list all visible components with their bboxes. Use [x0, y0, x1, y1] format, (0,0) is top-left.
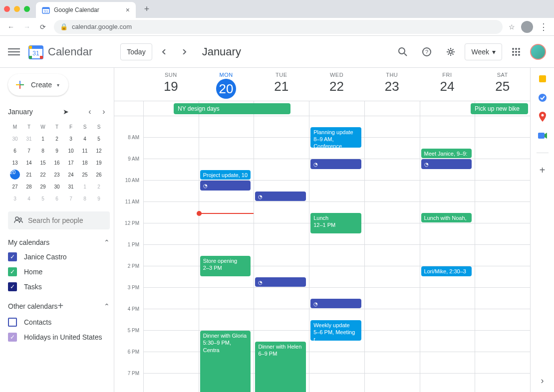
- checkbox[interactable]: ✓: [8, 267, 17, 276]
- my-calendars-toggle[interactable]: My calendars ⌃: [8, 238, 110, 246]
- mini-next-month[interactable]: ›: [98, 106, 110, 118]
- calendar-event[interactable]: Lori/Mike, 2:30–3: [421, 266, 472, 276]
- hide-panel-button[interactable]: ›: [541, 376, 544, 386]
- mini-day[interactable]: 10: [64, 145, 78, 157]
- day-header[interactable]: TUE21: [254, 68, 309, 101]
- mini-day[interactable]: 17: [64, 157, 78, 169]
- mini-day[interactable]: 12: [92, 145, 106, 157]
- meet-icon[interactable]: [538, 131, 548, 141]
- mini-day[interactable]: 9: [92, 193, 106, 204]
- mini-day[interactable]: 4: [22, 193, 36, 204]
- mini-day[interactable]: 8: [36, 145, 50, 157]
- mini-day[interactable]: 4: [78, 133, 92, 145]
- mini-day[interactable]: 7: [64, 193, 78, 204]
- calendar-event[interactable]: Dinner with Helen6–9 PM: [255, 342, 306, 392]
- calendar-event[interactable]: Prepare worksh: [255, 192, 306, 201]
- mini-day[interactable]: 11: [78, 145, 92, 157]
- day-column[interactable]: [475, 116, 530, 392]
- view-switcher[interactable]: Week ▾: [465, 43, 502, 60]
- browser-tab[interactable]: 31 Google Calendar ×: [36, 2, 136, 18]
- mini-day[interactable]: 6: [50, 193, 64, 204]
- mini-day[interactable]: 9: [50, 145, 64, 157]
- mini-day[interactable]: 13: [8, 157, 22, 169]
- mini-day[interactable]: 14: [22, 157, 36, 169]
- settings-button[interactable]: [441, 42, 461, 62]
- mini-day[interactable]: 1: [36, 133, 50, 145]
- maps-icon[interactable]: [538, 112, 548, 122]
- mini-day[interactable]: 7: [22, 145, 36, 157]
- bookmark-icon[interactable]: ☆: [509, 23, 515, 31]
- mini-day[interactable]: 25: [78, 169, 92, 181]
- mini-day[interactable]: 3: [64, 133, 78, 145]
- maximize-window-icon[interactable]: [24, 6, 30, 12]
- calendar-item[interactable]: ✓Home: [8, 267, 110, 276]
- reload-icon[interactable]: ⟳: [38, 23, 48, 31]
- today-button[interactable]: Today: [120, 43, 152, 60]
- mini-day[interactable]: 29: [36, 181, 50, 193]
- mini-day[interactable]: 27: [8, 181, 22, 193]
- allday-cell[interactable]: [309, 101, 364, 116]
- calendar-event[interactable]: Weekly update5–6 PM, Meeting r: [310, 320, 361, 341]
- calendar-event[interactable]: Lunch with Noah,: [421, 213, 472, 223]
- google-apps-button[interactable]: [506, 42, 526, 62]
- mini-day[interactable]: 28: [22, 181, 36, 193]
- main-menu-icon[interactable]: [8, 46, 20, 58]
- add-calendar-button[interactable]: +: [58, 300, 64, 312]
- day-column[interactable]: [143, 116, 199, 392]
- add-addon-button[interactable]: +: [538, 165, 548, 175]
- new-tab-button[interactable]: +: [140, 4, 154, 14]
- mini-day[interactable]: 6: [8, 145, 22, 157]
- checkbox[interactable]: [8, 318, 17, 327]
- mini-day[interactable]: 1: [78, 181, 92, 193]
- mini-day[interactable]: 2: [92, 181, 106, 193]
- day-header[interactable]: WED22: [309, 68, 364, 101]
- day-column[interactable]: Project update, 10Finalize presentStore …: [199, 116, 254, 392]
- day-column[interactable]: Meet Janice, 9–9:Reach out to ToLunch wi…: [420, 116, 475, 392]
- account-avatar[interactable]: [530, 44, 546, 60]
- back-icon[interactable]: ←: [6, 23, 16, 31]
- calendar-event[interactable]: Planning update8–9 AM, Conference: [310, 127, 361, 148]
- day-column[interactable]: Prepare workshUpdate slide deDinner with…: [254, 116, 309, 392]
- minimize-window-icon[interactable]: [14, 6, 20, 12]
- close-tab-icon[interactable]: ×: [126, 6, 130, 14]
- calendar-event[interactable]: Finalize present: [200, 181, 251, 191]
- mini-day[interactable]: 3: [8, 193, 22, 204]
- browser-menu-icon[interactable]: ⋮: [539, 21, 548, 32]
- calendar-event[interactable]: Dinner with Gloria5:30–9 PM, Centra: [200, 331, 251, 392]
- prev-period-button[interactable]: [156, 44, 172, 60]
- close-window-icon[interactable]: [4, 6, 10, 12]
- mini-day[interactable]: 24: [64, 169, 78, 181]
- create-button[interactable]: Create ▾: [8, 74, 68, 96]
- browser-profile-icon[interactable]: [521, 21, 533, 33]
- allday-cell[interactable]: [420, 101, 475, 116]
- calendar-item[interactable]: ✓Tasks: [8, 282, 110, 291]
- allday-event[interactable]: Pick up new bike: [471, 103, 528, 114]
- day-column[interactable]: Planning update8–9 AM, ConferenceSummari…: [309, 116, 364, 392]
- mini-day[interactable]: 2: [50, 133, 64, 145]
- mini-day[interactable]: 22: [36, 169, 50, 181]
- allday-cell[interactable]: [364, 101, 420, 116]
- checkbox[interactable]: ✓: [8, 282, 17, 291]
- search-people-box[interactable]: [8, 211, 110, 229]
- mini-day[interactable]: 20: [8, 169, 22, 181]
- calendar-event[interactable]: Update slide de: [255, 277, 306, 287]
- calendar-grid[interactable]: 8 AM9 AM10 AM11 AM12 PM1 PM2 PM3 PM4 PM5…: [114, 116, 530, 392]
- next-period-button[interactable]: [176, 44, 192, 60]
- other-calendars-toggle[interactable]: Other calendars + ⌃: [8, 300, 110, 312]
- day-header[interactable]: MON20: [199, 68, 254, 101]
- mini-prev-month[interactable]: ‹: [84, 106, 96, 118]
- mini-day[interactable]: 5: [36, 193, 50, 204]
- mini-day[interactable]: 30: [50, 181, 64, 193]
- mini-day[interactable]: 5: [92, 133, 106, 145]
- calendar-item[interactable]: ✓Janice Castro: [8, 252, 110, 261]
- day-header[interactable]: THU23: [364, 68, 420, 101]
- calendar-item[interactable]: ✓Holidays in United States: [8, 333, 110, 342]
- mini-day[interactable]: 18: [78, 157, 92, 169]
- day-header[interactable]: SUN19: [143, 68, 199, 101]
- mini-day[interactable]: 23: [50, 169, 64, 181]
- mini-day[interactable]: 19: [92, 157, 106, 169]
- calendar-event[interactable]: Reach out to To: [421, 159, 472, 169]
- mini-day[interactable]: 8: [78, 193, 92, 204]
- calendar-event[interactable]: Project update, 10: [200, 170, 251, 180]
- mini-day[interactable]: 31: [22, 133, 36, 145]
